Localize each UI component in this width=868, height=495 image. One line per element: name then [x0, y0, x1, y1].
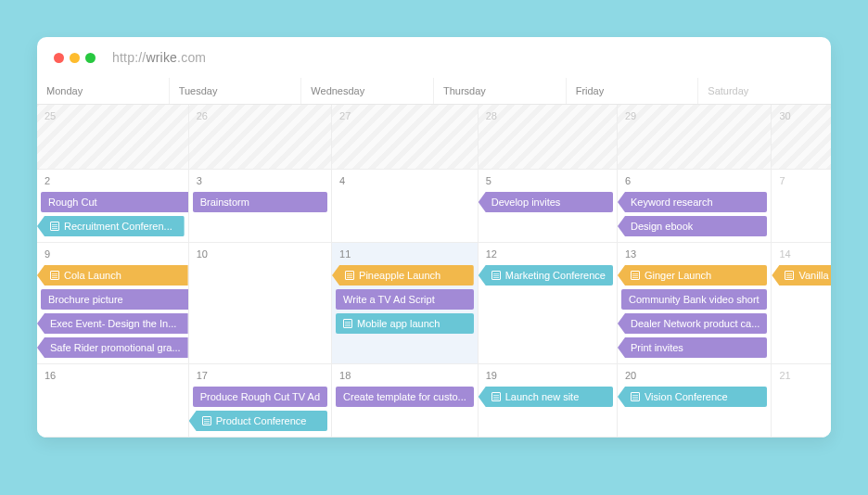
event-label: Community Bank video short [629, 289, 760, 310]
calendar-cell[interactable]: 4 [332, 170, 479, 243]
calendar-cell[interactable]: 9Cola LaunchBrochure pictureExec Event- … [37, 243, 189, 364]
event-label: Exec Event- Design the In... [50, 313, 176, 334]
calendar-event[interactable]: Vision Conference [618, 387, 767, 407]
calendar-event[interactable]: Write a TV Ad Script [336, 289, 474, 310]
events-container: Cola LaunchBrochure pictureExec Event- D… [41, 265, 185, 358]
maximize-icon[interactable] [85, 53, 96, 63]
browser-bar: http://wrike.com [37, 37, 831, 78]
calendar-cell[interactable]: 28 [479, 105, 618, 170]
address-bar[interactable]: http://wrike.com [112, 50, 206, 65]
events-container: Launch new site [482, 387, 613, 407]
calendar-day-headers: MondayTuesdayWednesdayThursdayFridaySatu… [37, 78, 831, 105]
calendar-grid: 2526272829302Rough CutRecruitment Confer… [37, 105, 831, 438]
events-container: Pineapple LaunchWrite a TV Ad ScriptMobi… [336, 265, 474, 334]
calendar-event[interactable]: Brainstorm [193, 192, 327, 212]
calendar-cell[interactable]: 25 [37, 105, 189, 170]
calendar-event[interactable]: Dealer Network product ca... [618, 313, 767, 334]
day-header: Thursday [434, 78, 567, 104]
calendar-cell[interactable]: 16 [37, 364, 189, 438]
calendar-cell[interactable]: 19Launch new site [479, 364, 618, 438]
day-header: Saturday [698, 78, 831, 104]
day-number: 26 [193, 110, 327, 127]
calendar-event[interactable]: Design ebook [618, 216, 767, 236]
event-label: Rough Cut [48, 192, 97, 212]
calendar-event[interactable]: Print invites [618, 337, 767, 358]
day-number: 19 [482, 370, 613, 387]
event-icon [491, 392, 501, 401]
calendar-event[interactable]: Ginger Launch [618, 265, 767, 286]
day-number: 25 [41, 110, 185, 127]
calendar-event[interactable]: Develop invites [479, 192, 613, 212]
event-icon [343, 319, 352, 328]
event-label: Vanilla Launch [798, 265, 831, 286]
calendar-event[interactable]: Marketing Conference [479, 265, 613, 286]
calendar-cell[interactable]: 2Rough CutRecruitment Conferen... [37, 170, 189, 243]
calendar-event[interactable]: Produce Rough Cut TV Ad [193, 387, 327, 407]
day-number: 29 [621, 110, 767, 127]
calendar-event[interactable]: Recruitment Conferen... [37, 216, 185, 236]
day-number: 21 [775, 370, 831, 387]
event-label: Marketing Conference [505, 265, 606, 286]
close-icon[interactable] [54, 53, 64, 63]
calendar-cell[interactable]: 17Produce Rough Cut TV AdProduct Confere… [189, 364, 332, 438]
event-label: Write a TV Ad Script [343, 289, 435, 310]
day-number: 2 [41, 175, 185, 192]
calendar-event[interactable]: Create template for custo... [336, 387, 474, 407]
calendar-cell[interactable]: 29 [618, 105, 772, 170]
day-number: 27 [336, 110, 474, 127]
calendar-cell[interactable]: 6Keyword researchDesign ebook [618, 170, 772, 243]
calendar-event[interactable]: Product Conference [189, 411, 327, 431]
day-number: 13 [621, 248, 767, 265]
calendar-event[interactable]: Exec Event- Design the In... [37, 313, 188, 334]
event-label: Keyword research [631, 192, 713, 212]
calendar-cell[interactable]: 13Ginger LaunchCommunity Bank video shor… [618, 243, 772, 364]
calendar-event[interactable]: Rough Cut [41, 192, 188, 212]
day-number: 6 [621, 175, 767, 192]
calendar-event[interactable]: Safe Rider promotional gra... [37, 337, 188, 358]
window-controls [54, 53, 96, 63]
calendar-cell[interactable]: 20Vision Conference [618, 364, 772, 438]
calendar-event[interactable]: Launch new site [479, 387, 613, 407]
calendar-cell[interactable]: 18Create template for custo... [332, 364, 479, 438]
url-host: wrike [146, 50, 177, 65]
calendar-event[interactable]: Community Bank video short [621, 289, 767, 310]
day-number: 12 [482, 248, 613, 265]
calendar-event[interactable]: Vanilla Launch [772, 265, 831, 286]
day-header: Wednesday [301, 78, 434, 104]
event-icon [50, 271, 59, 280]
day-number: 16 [41, 370, 185, 387]
calendar-event[interactable]: Mobile app launch [336, 313, 474, 334]
event-label: Dealer Network product ca... [631, 313, 760, 334]
event-icon [491, 271, 501, 280]
day-header: Monday [37, 78, 170, 104]
day-number: 11 [336, 248, 474, 265]
day-number: 28 [482, 110, 613, 127]
calendar-cell[interactable]: 21 [772, 364, 831, 438]
calendar-event[interactable]: Keyword research [618, 192, 767, 212]
calendar-cell[interactable]: 11Pineapple LaunchWrite a TV Ad ScriptMo… [332, 243, 479, 364]
day-number: 20 [621, 370, 767, 387]
calendar-cell[interactable]: 30 [772, 105, 831, 170]
events-container: Ginger LaunchCommunity Bank video shortD… [621, 265, 767, 358]
minimize-icon[interactable] [70, 53, 80, 63]
events-container: Vision Conference [621, 387, 767, 407]
event-label: Design ebook [631, 216, 693, 236]
event-label: Brochure picture [48, 289, 123, 310]
calendar-cell[interactable]: 14Vanilla Launch [772, 243, 831, 364]
calendar-cell[interactable]: 5Develop invites [479, 170, 618, 243]
event-label: Print invites [631, 337, 683, 358]
day-number: 18 [336, 370, 474, 387]
events-container: Rough CutRecruitment Conferen... [41, 192, 185, 236]
calendar-event[interactable]: Pineapple Launch [332, 265, 474, 286]
calendar-event[interactable]: Brochure picture [41, 289, 188, 310]
event-label: Recruitment Conferen... [64, 216, 172, 236]
calendar-cell[interactable]: 7 [772, 170, 831, 243]
calendar-cell[interactable]: 3Brainstorm [189, 170, 332, 243]
calendar-cell[interactable]: 26 [189, 105, 332, 170]
calendar-cell[interactable]: 10 [189, 243, 332, 364]
event-label: Ginger Launch [645, 265, 711, 286]
day-number: 10 [193, 248, 327, 265]
calendar-cell[interactable]: 27 [332, 105, 479, 170]
calendar-cell[interactable]: 12Marketing Conference [479, 243, 618, 364]
calendar-event[interactable]: Cola Launch [37, 265, 188, 286]
